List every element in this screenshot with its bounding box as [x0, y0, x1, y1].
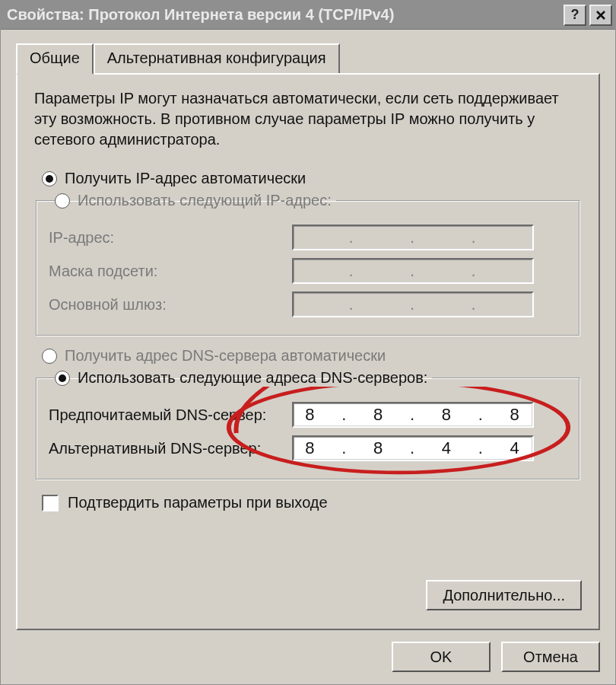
window-title: Свойства: Протокол Интернета версии 4 (T…	[7, 6, 564, 24]
dialog-buttons: OK Отмена	[392, 642, 600, 672]
radio-icon	[42, 171, 57, 186]
radio-icon	[55, 193, 70, 209]
ok-button[interactable]: OK	[392, 642, 491, 672]
alt-dns-label: Альтернативный DNS-сервер:	[49, 440, 292, 457]
annotation-circle	[37, 387, 579, 480]
pref-dns-label: Предпочитаемый DNS-сервер:	[49, 406, 292, 424]
dns-manual-group: Использовать следующие адреса DNS-сервер…	[36, 369, 580, 480]
gateway-label: Основной шлюз:	[49, 296, 292, 314]
tab-alt-config[interactable]: Альтернативная конфигурация	[94, 43, 340, 73]
validate-checkbox[interactable]	[42, 495, 59, 511]
client-area: Общие Альтернативная конфигурация Параме…	[1, 30, 615, 684]
radio-dns-auto-label: Получить адрес DNS-сервера автоматически	[65, 347, 386, 365]
pref-dns-input[interactable]: 8. 8. 8. 8	[292, 402, 534, 428]
titlebar: Свойства: Протокол Интернета версии 4 (T…	[1, 1, 615, 30]
radio-ip-manual-label: Использовать следующий IP-адрес:	[78, 192, 332, 209]
help-button[interactable]: ?	[564, 5, 586, 26]
alt-dns-input[interactable]: 8. 8. 4. 4	[292, 435, 534, 461]
close-icon	[595, 10, 606, 21]
tcpip-properties-dialog: Свойства: Протокол Интернета версии 4 (T…	[0, 0, 616, 685]
radio-dns-manual[interactable]: Использовать следующие адреса DNS-сервер…	[55, 369, 427, 387]
tab-panel-general: Параметры IP могут назначаться автоматич…	[16, 73, 600, 630]
radio-ip-auto[interactable]: Получить IP-адрес автоматически	[42, 170, 582, 187]
radio-dns-manual-label: Использовать следующие адреса DNS-сервер…	[78, 369, 427, 387]
ip-address-input: ...	[292, 225, 534, 250]
tab-general[interactable]: Общие	[16, 43, 94, 75]
validate-label: Подтвердить параметры при выходе	[68, 494, 328, 511]
ip-address-label: IP-адрес:	[49, 229, 292, 247]
subnet-mask-input: ...	[292, 258, 534, 284]
cancel-button[interactable]: Отмена	[501, 642, 600, 672]
radio-dns-auto[interactable]: Получить адрес DNS-сервера автоматически	[42, 347, 582, 365]
radio-icon	[55, 371, 70, 386]
close-button[interactable]	[589, 5, 612, 26]
tabs-header: Общие Альтернативная конфигурация	[16, 43, 600, 73]
gateway-input: ...	[292, 292, 534, 317]
radio-ip-manual[interactable]: Использовать следующий IP-адрес:	[55, 192, 332, 209]
radio-ip-auto-label: Получить IP-адрес автоматически	[65, 170, 306, 187]
description-text: Параметры IP могут назначаться автоматич…	[34, 88, 582, 150]
advanced-button[interactable]: Дополнительно...	[426, 580, 582, 610]
ip-manual-group: Использовать следующий IP-адрес: IP-адре…	[36, 192, 580, 336]
radio-icon	[42, 349, 57, 364]
subnet-mask-label: Маска подсети:	[49, 263, 292, 280]
